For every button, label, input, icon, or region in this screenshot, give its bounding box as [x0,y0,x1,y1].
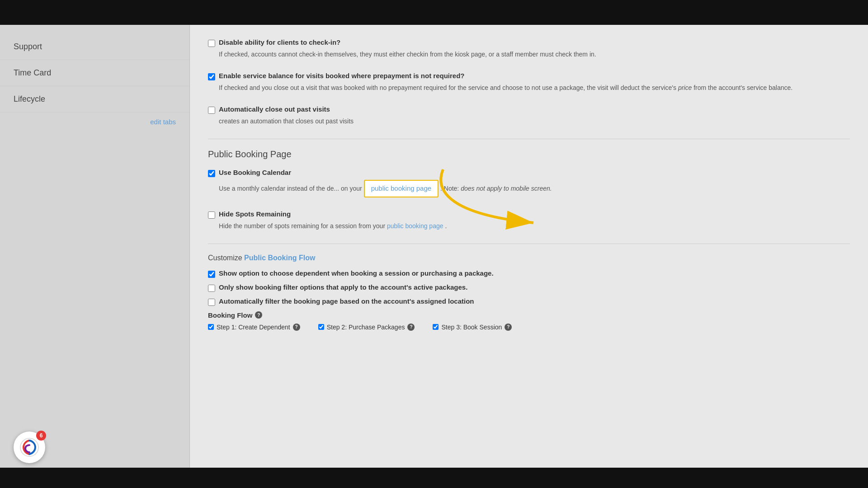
step-1-help-icon: ? [293,324,300,331]
section-divider [208,139,850,139]
booking-calendar-desc: Use a monthly calendar instead of the de… [219,180,850,197]
booking-flow-checkbox-2: Only show booking filter options that ap… [208,283,850,292]
step-2-label: Step 2: Purchase Packages [327,324,405,331]
public-booking-flow-link[interactable]: Public Booking Flow [244,254,315,262]
auto-filter-checkbox[interactable] [208,299,215,306]
customize-booking-flow-section: Customize Public Booking Flow Show optio… [208,254,850,331]
step-1-label: Step 1: Create Dependent [217,324,290,331]
service-balance-label: Enable service balance for visits booked… [219,72,465,80]
top-bar [0,0,868,25]
service-balance-desc: If checked and you close out a visit tha… [219,83,850,93]
hide-spots-page-link[interactable]: public booking page [387,222,443,230]
auto-close-desc: creates an automation that closes out pa… [219,117,850,126]
booking-flow-checkbox-3: Automatically filter the booking page ba… [208,297,850,306]
step-2-checkbox[interactable] [318,324,324,330]
app-icon-container[interactable]: 6 [14,432,45,463]
auto-close-label: Automatically close out past visits [219,105,330,113]
edit-tabs-link[interactable]: edit tabs [0,113,189,131]
disable-checkin-label: Disable ability for clients to check-in? [219,38,340,46]
hide-spots-desc: Hide the number of spots remaining for a… [219,221,850,231]
app-badge: 6 [36,431,46,441]
booking-flow-steps: Step 1: Create Dependent ? Step 2: Purch… [208,324,850,331]
dependent-checkbox[interactable] [208,271,215,278]
service-balance-block: Enable service balance for visits booked… [208,72,850,93]
booking-flow-header: Booking Flow ? [208,311,850,319]
filter-options-checkbox[interactable] [208,285,215,292]
disable-checkin-desc: If checked, accounts cannot check-in the… [219,50,850,59]
public-booking-title: Public Booking Page [208,149,850,160]
step-2-help-icon: ? [407,324,415,331]
booking-calendar-checkbox[interactable] [208,170,215,177]
sidebar-item-lifecycle[interactable]: Lifecycle [0,86,189,113]
public-booking-section: Public Booking Page Use Booking Calendar… [208,149,850,231]
step-3-checkbox[interactable] [433,324,439,330]
auto-close-block: Automatically close out past visits crea… [208,105,850,126]
step-1-checkbox[interactable] [208,324,214,330]
step-1: Step 1: Create Dependent ? [208,324,300,331]
hide-spots-checkbox[interactable] [208,211,215,219]
booking-calendar-label: Use Booking Calendar [219,169,291,176]
app-icon-graphic [19,437,40,458]
hide-spots-block: Hide Spots Remaining Hide the number of … [208,210,850,231]
step-2: Step 2: Purchase Packages ? [318,324,415,331]
step-3: Step 3: Book Session ? [433,324,512,331]
step-3-label: Step 3: Book Session [441,324,502,331]
customize-label: Customize Public Booking Flow [208,254,850,262]
booking-flow-checkbox-1: Show option to choose dependent when boo… [208,269,850,278]
section-divider-2 [208,244,850,244]
service-balance-checkbox[interactable] [208,73,215,80]
sidebar-item-support[interactable]: Support [0,34,189,60]
auto-filter-label: Automatically filter the booking page ba… [219,297,474,305]
sidebar-item-time-card[interactable]: Time Card [0,60,189,86]
booking-calendar-block: Use Booking Calendar Use a monthly calen… [208,169,850,197]
step-3-help-icon: ? [505,324,512,331]
public-booking-page-highlight: public booking page [364,180,439,197]
dependent-label: Show option to choose dependent when boo… [219,269,494,277]
hide-spots-label: Hide Spots Remaining [219,210,291,218]
booking-flow-help-icon: ? [255,311,262,319]
filter-options-label: Only show booking filter options that ap… [219,283,467,291]
disable-checkin-checkbox[interactable] [208,40,215,47]
sidebar: Support Time Card Lifecycle edit tabs [0,25,190,468]
bottom-bar [0,468,868,488]
auto-close-checkbox[interactable] [208,107,215,114]
disable-checkin-block: Disable ability for clients to check-in?… [208,38,850,59]
main-content: Disable ability for clients to check-in?… [190,25,868,468]
